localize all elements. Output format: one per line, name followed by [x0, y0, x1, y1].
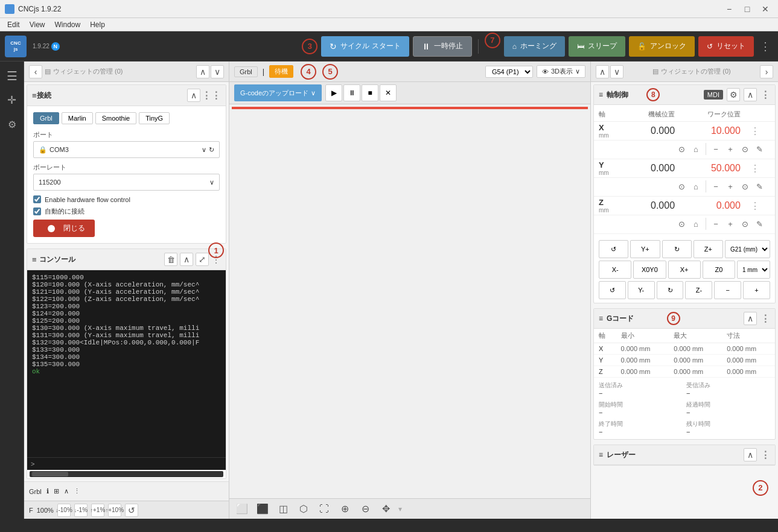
zoom-out-icon[interactable]: ⊖	[357, 501, 373, 517]
fw-tab-smoothie[interactable]: Smoothie	[95, 112, 136, 124]
laser-more-icon[interactable]: ⋮	[760, 449, 770, 461]
grbl-up-icon[interactable]: ∧	[64, 487, 69, 495]
console-expand[interactable]: ⤢	[196, 253, 209, 266]
console-input[interactable]	[37, 460, 222, 467]
fw-tab-marlin[interactable]: Marlin	[62, 112, 93, 124]
coord-select[interactable]: G54 (P1)	[485, 66, 533, 78]
console-up[interactable]: ∧	[180, 253, 193, 266]
axis-z-home[interactable]: ⌂	[690, 218, 702, 230]
menu-help[interactable]: Help	[85, 19, 110, 30]
cycle-start-button[interactable]: ↻ サイクル スタート	[321, 36, 409, 57]
gcode-up[interactable]: ∧	[744, 312, 757, 325]
unlock-button[interactable]: 🔓 アンロック	[629, 36, 695, 57]
connection-more-icon[interactable]: ⋮	[202, 90, 221, 101]
grbl-grid-icon[interactable]: ⊞	[54, 487, 59, 495]
axis-x-zero-machine[interactable]: ⊙	[675, 143, 687, 155]
reset-button[interactable]: ↺ リセット	[698, 36, 754, 57]
jog-y-minus[interactable]: Y-	[628, 281, 655, 299]
run-play-button[interactable]: ▶	[325, 84, 342, 101]
axis-x-plus[interactable]: +	[724, 143, 736, 155]
zoom-in-icon[interactable]: ⊕	[337, 501, 352, 517]
sidebar-crosshair-icon[interactable]: ✛	[2, 90, 22, 110]
port-refresh-icon[interactable]: ↻	[209, 146, 214, 154]
connection-close-button[interactable]: 閉じる	[33, 220, 95, 237]
toolbar-more-icon[interactable]: ⋮	[757, 37, 773, 55]
axis-y-edit[interactable]: ✎	[753, 180, 765, 192]
port-select[interactable]: 🔒 COM3 ∨ ↻	[33, 141, 220, 158]
auto-connect-checkbox[interactable]	[33, 207, 41, 215]
jog-z-plus[interactable]: Z+	[694, 240, 723, 258]
connection-up[interactable]: ∧	[187, 89, 200, 102]
jog-xy-zero[interactable]: X0Y0	[633, 261, 666, 279]
axis-z-zero-work[interactable]: ⊙	[739, 218, 751, 230]
viewport[interactable]: 50403020100-10-20-30-40 -30-20-100102030…	[232, 107, 588, 109]
copy-icon[interactable]: ⬜	[234, 501, 250, 517]
mdi-button[interactable]: MDI	[704, 90, 723, 100]
axis-z-edit[interactable]: ✎	[753, 218, 765, 230]
console-trash[interactable]: 🗑	[164, 253, 177, 266]
jog-step-minus[interactable]: −	[714, 281, 741, 299]
down1-btn[interactable]: ↓ -1%	[74, 504, 88, 517]
homing-button[interactable]: ⌂ ホーミング	[504, 36, 565, 57]
gcode-upload-button[interactable]: G-codeのアップロード ∨	[234, 84, 322, 101]
axis-z-plus[interactable]: +	[724, 218, 736, 230]
jog-ccw2[interactable]: ↺	[599, 281, 626, 299]
axis-up[interactable]: ∧	[744, 88, 757, 101]
jog-x-minus[interactable]: X-	[599, 261, 631, 279]
axis-x-minus[interactable]: −	[710, 143, 722, 155]
close-button[interactable]: ✕	[757, 3, 773, 15]
baudrate-select[interactable]: 115200 ∨	[33, 174, 220, 191]
panel-down[interactable]: ∨	[211, 65, 224, 78]
laser-up[interactable]: ∧	[744, 448, 757, 461]
move-icon[interactable]: ✥	[378, 501, 394, 517]
paste-icon[interactable]: ⬛	[255, 501, 270, 517]
menu-window[interactable]: Window	[49, 19, 85, 30]
menu-edit[interactable]: Edit	[2, 19, 25, 30]
sidebar-menu-icon[interactable]: ☰	[2, 66, 22, 86]
fw-tab-grbl[interactable]: Grbl	[33, 112, 59, 124]
run-pause-button[interactable]: ⏸	[343, 84, 360, 101]
console-scrollbar[interactable]	[30, 471, 223, 477]
view-3d-button[interactable]: 👁 3D表示 ∨	[537, 65, 585, 78]
step-select[interactable]: 1 mm	[737, 261, 770, 279]
sidebar-settings-icon[interactable]: ⚙	[2, 115, 22, 134]
grbl-info-icon[interactable]: ℹ	[46, 487, 49, 495]
down10-btn[interactable]: ↓ -10%	[57, 504, 71, 517]
axis-settings-icon[interactable]: ⚙	[727, 88, 740, 101]
unit-select[interactable]: G21 (mm)	[725, 240, 770, 258]
run-close-button[interactable]: ✕	[380, 84, 397, 101]
axis-z-zero-machine[interactable]: ⊙	[675, 218, 687, 230]
run-stop-button[interactable]: ■	[362, 84, 378, 101]
gcode-more-icon[interactable]: ⋮	[760, 313, 770, 325]
jog-z-minus[interactable]: Z-	[685, 281, 712, 299]
right-panel-down[interactable]: ∨	[610, 65, 623, 78]
axis-z-minus[interactable]: −	[710, 218, 722, 230]
axis-y-home[interactable]: ⌂	[690, 180, 702, 192]
pause-button[interactable]: ⏸ 一時停止	[413, 36, 472, 57]
menu-view[interactable]: View	[25, 19, 50, 30]
up10-btn[interactable]: ↑ +10%	[108, 504, 121, 517]
axis-x-zero-work[interactable]: ⊙	[739, 143, 751, 155]
jog-ccw1[interactable]: ↺	[599, 240, 628, 258]
hw-flow-checkbox[interactable]	[33, 195, 41, 203]
axis-x-home[interactable]: ⌂	[690, 143, 702, 155]
axis-more-icon[interactable]: ⋮	[760, 89, 770, 101]
cube-icon[interactable]: ⬡	[296, 501, 311, 517]
axis-y-more[interactable]: ⋮	[750, 163, 760, 174]
fw-tab-tinyg[interactable]: TinyG	[139, 112, 170, 124]
minimize-button[interactable]: −	[721, 3, 737, 15]
up1-btn[interactable]: ↑ +1%	[91, 504, 104, 517]
jog-cw1[interactable]: ↻	[662, 240, 692, 258]
maximize-button[interactable]: □	[739, 3, 755, 15]
f-reset-btn[interactable]: ↺	[125, 504, 138, 517]
jog-y-plus[interactable]: Y+	[630, 240, 660, 258]
axis-y-zero-machine[interactable]: ⊙	[675, 180, 687, 192]
axis-y-plus[interactable]: +	[724, 180, 736, 192]
panel-up[interactable]: ∧	[196, 65, 209, 78]
layer-icon[interactable]: ◫	[275, 501, 291, 517]
axis-y-zero-work[interactable]: ⊙	[739, 180, 751, 192]
panel-collapse-left[interactable]: ‹	[29, 65, 42, 78]
axis-x-edit[interactable]: ✎	[753, 143, 765, 155]
right-panel-expand[interactable]: ›	[760, 65, 773, 78]
expand-icon[interactable]: ⛶	[316, 501, 332, 517]
